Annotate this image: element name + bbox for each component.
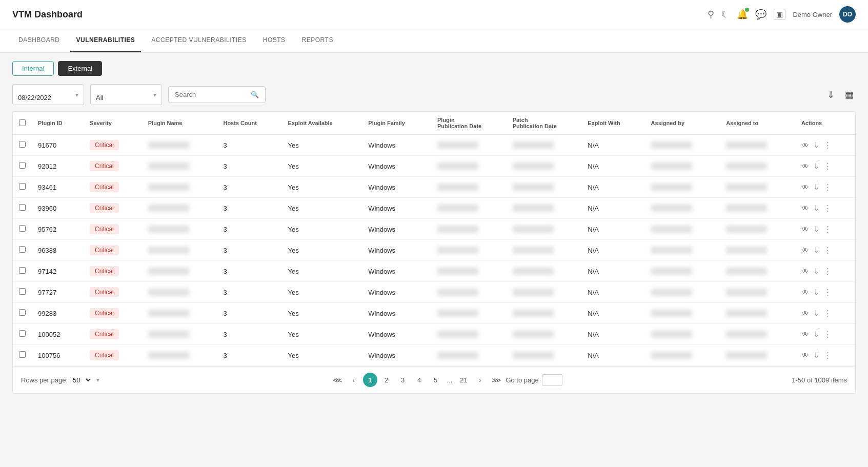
download-icon[interactable]: ⇓ [813, 161, 820, 171]
page-21-button[interactable]: 21 [456, 373, 471, 387]
row-checkbox[interactable] [19, 288, 26, 295]
cell-assigned-by [645, 198, 720, 219]
download-icon[interactable]: ⇓ [813, 309, 820, 318]
row-checkbox[interactable] [19, 267, 26, 274]
total-info: 1-50 of 1009 items [792, 376, 847, 384]
search-icon[interactable]: ⚲ [708, 9, 714, 20]
search-input[interactable] [175, 91, 247, 98]
view-icon[interactable]: 👁 [801, 267, 809, 276]
table-row: 93461 Critical 3 Yes Windows N/A 👁 ⇓ ⋮ [13, 177, 855, 198]
page-1-button[interactable]: 1 [363, 373, 377, 387]
cell-severity: Critical [84, 324, 142, 345]
dark-mode-icon[interactable]: ☾ [721, 9, 730, 20]
view-icon[interactable]: 👁 [801, 141, 809, 150]
prev-page-button[interactable]: ‹ [347, 373, 361, 387]
goto-input[interactable] [542, 374, 562, 386]
cell-exploit-available: Yes [282, 198, 362, 219]
col-plugin-pub-date: PluginPublication Date [431, 112, 507, 135]
nav-dashboard[interactable]: DASHBOARD [12, 29, 66, 52]
external-tab[interactable]: External [58, 61, 102, 76]
box-icon[interactable]: ▣ [774, 9, 785, 20]
row-checkbox[interactable] [19, 183, 26, 190]
more-icon[interactable]: ⋮ [824, 140, 832, 150]
download-icon[interactable]: ⇓ [813, 267, 820, 276]
more-icon[interactable]: ⋮ [824, 182, 832, 192]
view-icon[interactable]: 👁 [801, 162, 809, 171]
next-page-button[interactable]: › [473, 373, 487, 387]
row-checkbox[interactable] [19, 246, 26, 253]
cell-hosts-count: 3 [217, 303, 281, 324]
download-icon[interactable]: ⇓ [813, 330, 820, 339]
cell-hosts-count: 3 [217, 156, 281, 177]
select-all-checkbox[interactable] [19, 119, 26, 126]
goto-page: Go to page [506, 374, 562, 386]
view-icon[interactable]: 👁 [801, 330, 809, 339]
cell-plugin-name [142, 261, 217, 282]
more-icon[interactable]: ⋮ [824, 204, 832, 213]
row-checkbox[interactable] [19, 141, 26, 148]
cell-severity: Critical [84, 219, 142, 240]
download-icon[interactable]: ⇓ [813, 351, 820, 360]
download-icon[interactable]: ⇓ [813, 140, 820, 150]
page-2-button[interactable]: 2 [379, 373, 394, 387]
first-page-button[interactable]: ⋘ [330, 373, 345, 387]
row-checkbox[interactable] [19, 225, 26, 232]
cell-plugin-name [142, 177, 217, 198]
download-icon[interactable]: ⇓ [813, 182, 820, 192]
more-icon[interactable]: ⋮ [824, 351, 832, 360]
cell-plugin-name [142, 156, 217, 177]
download-icon[interactable]: ⇓ [813, 225, 820, 234]
row-checkbox[interactable] [19, 162, 26, 169]
user-avatar[interactable]: DO [839, 6, 856, 23]
cell-actions: 👁 ⇓ ⋮ [795, 219, 855, 240]
page-3-button[interactable]: 3 [396, 373, 410, 387]
cell-plugin-family: Windows [362, 324, 431, 345]
cell-severity: Critical [84, 345, 142, 366]
chat-icon[interactable]: 💬 [755, 9, 766, 20]
cell-actions: 👁 ⇓ ⋮ [795, 303, 855, 324]
row-checkbox[interactable] [19, 351, 26, 358]
row-checkbox[interactable] [19, 309, 26, 316]
more-icon[interactable]: ⋮ [824, 161, 832, 171]
view-icon[interactable]: 👁 [801, 351, 809, 360]
view-icon[interactable]: 👁 [801, 183, 809, 192]
cell-plugin-name [142, 345, 217, 366]
view-icon[interactable]: 👁 [801, 288, 809, 297]
nav-hosts[interactable]: HOSTS [257, 29, 292, 52]
nav-reports[interactable]: REPORTS [296, 29, 339, 52]
more-icon[interactable]: ⋮ [824, 330, 832, 339]
cell-plugin-id: 97142 [32, 261, 84, 282]
nav-vulnerabilities[interactable]: VULNERABILITIES [70, 29, 142, 52]
notifications-icon[interactable]: 🔔 [737, 9, 748, 20]
row-checkbox[interactable] [19, 330, 26, 337]
cell-hosts-count: 3 [217, 345, 281, 366]
more-icon[interactable]: ⋮ [824, 288, 832, 297]
row-checkbox[interactable] [19, 204, 26, 211]
more-icon[interactable]: ⋮ [824, 267, 832, 276]
cell-assigned-to [720, 282, 795, 303]
page-5-button[interactable]: 5 [429, 373, 443, 387]
download-icon[interactable]: ⇓ [813, 246, 820, 255]
download-icon[interactable]: ⇓ [813, 204, 820, 213]
cell-actions: 👁 ⇓ ⋮ [795, 282, 855, 303]
more-icon[interactable]: ⋮ [824, 246, 832, 255]
date-filter-select[interactable]: 08/22/2022 ▼ [12, 84, 84, 105]
view-icon[interactable]: 👁 [801, 204, 809, 213]
rows-per-page-select[interactable]: 50 25 100 [71, 376, 92, 384]
view-icon[interactable]: 👁 [801, 309, 809, 318]
page-4-button[interactable]: 4 [412, 373, 427, 387]
last-page-button[interactable]: ⋙ [489, 373, 503, 387]
more-icon[interactable]: ⋮ [824, 225, 832, 234]
cell-plugin-pub-date [431, 135, 507, 156]
patch-date-filter-select[interactable]: All ▼ [90, 84, 162, 105]
download-button[interactable]: ⇓ [825, 87, 837, 103]
cell-assigned-to [720, 198, 795, 219]
internal-tab[interactable]: Internal [12, 61, 54, 76]
nav-accepted-vulnerabilities[interactable]: ACCEPTED VULNERABILITIES [145, 29, 252, 52]
view-icon[interactable]: 👁 [801, 225, 809, 234]
view-icon[interactable]: 👁 [801, 246, 809, 255]
filter-button[interactable]: ▦ [843, 87, 856, 103]
more-icon[interactable]: ⋮ [824, 309, 832, 318]
cell-actions: 👁 ⇓ ⋮ [795, 345, 855, 366]
download-icon[interactable]: ⇓ [813, 288, 820, 297]
